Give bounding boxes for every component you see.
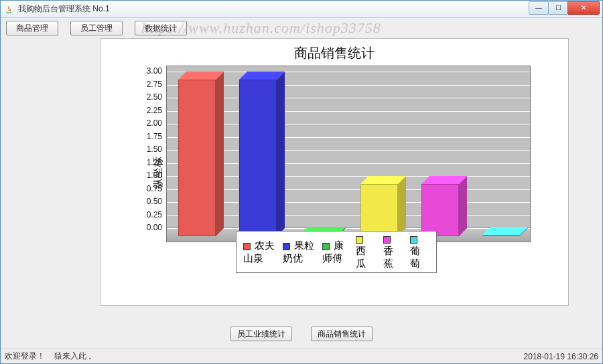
legend-item: 果粒奶优 [283, 240, 314, 265]
y-tick: 2.50 [135, 92, 162, 102]
legend-swatch [383, 236, 391, 244]
y-tick: 1.75 [135, 132, 162, 141]
close-button[interactable]: ✕ [567, 1, 600, 15]
y-tick: 2.75 [135, 80, 162, 89]
bar-农夫山泉 [178, 74, 216, 237]
product-mgmt-button[interactable]: 商品管理 [6, 21, 58, 35]
y-tick: 2.00 [135, 118, 162, 128]
legend-item: 康师傅 [322, 240, 348, 265]
staff-mgmt-button[interactable]: 员工管理 [70, 21, 123, 35]
plot-container: 纵坐标 横坐标 农夫山泉 果粒奶优 康师傅 西瓜 香蕉 葡萄 0.000.250… [135, 66, 537, 274]
chart-legend: 农夫山泉 果粒奶优 康师傅 西瓜 香蕉 葡萄 [236, 231, 437, 273]
chart-title: 商品销售统计 [100, 39, 568, 65]
app-window: 我购物后台管理系统 No.1 — ☐ ✕ 商品管理 员工管理 数据统计 http… [0, 0, 603, 364]
y-tick: 0.00 [135, 223, 162, 232]
legend-item: 农夫山泉 [243, 240, 275, 265]
bar-葡萄 [482, 230, 520, 237]
y-tick: 1.00 [135, 171, 162, 180]
status-welcome: 欢迎登录！ [5, 351, 45, 362]
legend-swatch [283, 243, 290, 250]
data-stats-button[interactable]: 数据统计 [135, 21, 187, 35]
bar-香蕉 [421, 179, 459, 237]
bar-果粒奶优 [239, 74, 277, 237]
staff-perf-stats-button[interactable]: 员工业绩统计 [230, 327, 292, 341]
status-datetime: 2018-01-19 16:30:26 [524, 352, 598, 361]
bar-西瓜 [360, 179, 398, 237]
content-area: 商品销售统计 纵坐标 横坐标 农夫山泉 果粒奶优 康师傅 西瓜 香蕉 葡萄 0.… [1, 38, 602, 363]
product-sales-stats-button[interactable]: 商品销售统计 [311, 327, 373, 341]
chart-panel: 商品销售统计 纵坐标 横坐标 农夫山泉 果粒奶优 康师傅 西瓜 香蕉 葡萄 0.… [100, 38, 569, 306]
y-tick: 2.25 [135, 106, 162, 115]
toolbar: 商品管理 员工管理 数据统计 https://www.huzhan.com/is… [1, 18, 602, 38]
y-tick: 0.50 [135, 197, 162, 206]
y-tick: 0.75 [135, 184, 162, 193]
legend-item: 香蕉 [383, 234, 403, 270]
y-tick: 3.00 [135, 66, 162, 76]
y-tick: 1.25 [135, 158, 162, 167]
legend-swatch [243, 243, 251, 250]
y-tick: 0.25 [135, 210, 162, 219]
window-title: 我购物后台管理系统 No.1 [18, 3, 529, 15]
legend-item: 西瓜 [356, 234, 375, 270]
legend-swatch [410, 236, 417, 244]
y-tick: 1.50 [135, 145, 162, 154]
java-icon [3, 4, 14, 15]
minimize-button[interactable]: — [529, 1, 549, 15]
bottom-button-bar: 员工业绩统计 商品销售统计 [1, 325, 602, 343]
legend-swatch [356, 236, 363, 244]
window-controls: — ☐ ✕ [529, 1, 600, 15]
status-bar: 欢迎登录！ 猿来入此 。 2018-01-19 16:30:26 [1, 349, 602, 363]
legend-item: 葡萄 [410, 234, 429, 270]
titlebar: 我购物后台管理系统 No.1 — ☐ ✕ [1, 1, 602, 18]
status-user: 猿来入此 。 [54, 351, 96, 362]
legend-swatch [322, 243, 330, 250]
maximize-button[interactable]: ☐ [548, 1, 568, 15]
plot-area [166, 66, 531, 242]
